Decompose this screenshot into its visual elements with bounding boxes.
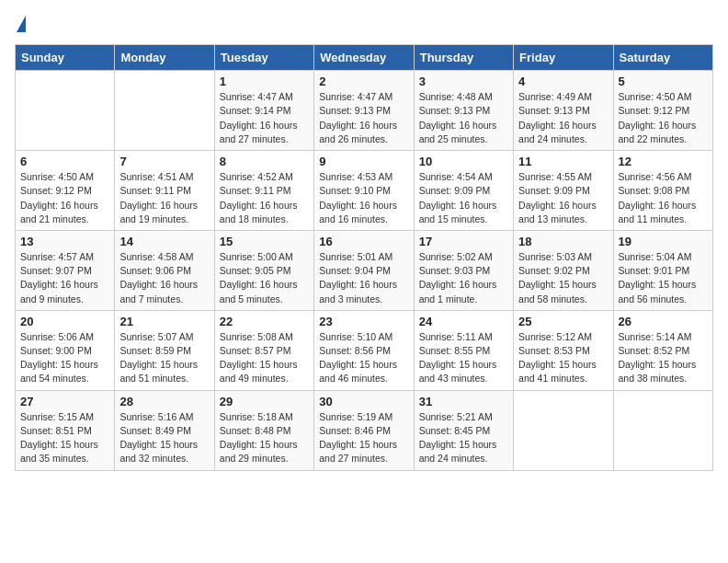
calendar-empty-cell [613, 390, 712, 470]
day-number: 31 [419, 395, 508, 408]
day-number: 25 [518, 315, 608, 328]
day-number: 21 [119, 315, 209, 328]
day-info: Sunrise: 4:48 AM Sunset: 9:13 PM Dayligh… [419, 90, 508, 146]
day-info: Sunrise: 5:18 AM Sunset: 8:48 PM Dayligh… [220, 410, 309, 466]
day-number: 16 [319, 235, 408, 248]
calendar-day-7: 7Sunrise: 4:51 AM Sunset: 9:11 PM Daylig… [115, 151, 214, 231]
header-thursday: Thursday [414, 45, 513, 71]
calendar-day-21: 21Sunrise: 5:07 AM Sunset: 8:59 PM Dayli… [115, 310, 214, 390]
calendar-day-31: 31Sunrise: 5:21 AM Sunset: 8:45 PM Dayli… [414, 390, 513, 470]
day-number: 9 [319, 155, 408, 168]
day-info: Sunrise: 4:47 AM Sunset: 9:14 PM Dayligh… [220, 90, 309, 146]
calendar-day-9: 9Sunrise: 4:53 AM Sunset: 9:10 PM Daylig… [314, 151, 414, 231]
day-number: 13 [20, 235, 109, 248]
calendar-week-row: 20Sunrise: 5:06 AM Sunset: 9:00 PM Dayli… [16, 310, 713, 390]
calendar-week-row: 6Sunrise: 4:50 AM Sunset: 9:12 PM Daylig… [16, 151, 713, 231]
calendar-day-12: 12Sunrise: 4:56 AM Sunset: 9:08 PM Dayli… [613, 151, 712, 231]
calendar-day-10: 10Sunrise: 4:54 AM Sunset: 9:09 PM Dayli… [414, 151, 513, 231]
day-info: Sunrise: 4:52 AM Sunset: 9:11 PM Dayligh… [220, 170, 309, 226]
day-info: Sunrise: 4:50 AM Sunset: 9:12 PM Dayligh… [619, 90, 708, 146]
header-tuesday: Tuesday [214, 45, 313, 71]
day-number: 28 [119, 395, 209, 408]
day-info: Sunrise: 4:51 AM Sunset: 9:11 PM Dayligh… [119, 170, 209, 226]
day-info: Sunrise: 5:12 AM Sunset: 8:53 PM Dayligh… [518, 330, 608, 386]
calendar-empty-cell [115, 71, 214, 151]
day-number: 8 [220, 155, 309, 168]
calendar-empty-cell [514, 390, 613, 470]
day-info: Sunrise: 5:14 AM Sunset: 8:52 PM Dayligh… [619, 330, 708, 386]
day-info: Sunrise: 5:03 AM Sunset: 9:02 PM Dayligh… [518, 250, 608, 306]
calendar-day-2: 2Sunrise: 4:47 AM Sunset: 9:13 PM Daylig… [314, 71, 414, 151]
day-number: 18 [518, 235, 608, 248]
calendar-empty-cell [16, 71, 115, 151]
header-monday: Monday [115, 45, 214, 71]
day-number: 20 [20, 315, 109, 328]
day-number: 27 [20, 395, 109, 408]
calendar-day-19: 19Sunrise: 5:04 AM Sunset: 9:01 PM Dayli… [613, 230, 712, 310]
day-number: 10 [419, 155, 508, 168]
day-number: 14 [119, 235, 209, 248]
day-info: Sunrise: 5:06 AM Sunset: 9:00 PM Dayligh… [20, 330, 109, 386]
calendar-day-16: 16Sunrise: 5:01 AM Sunset: 9:04 PM Dayli… [314, 230, 414, 310]
day-info: Sunrise: 4:56 AM Sunset: 9:08 PM Dayligh… [619, 170, 708, 226]
calendar-day-5: 5Sunrise: 4:50 AM Sunset: 9:12 PM Daylig… [613, 71, 712, 151]
day-info: Sunrise: 4:54 AM Sunset: 9:09 PM Dayligh… [419, 170, 508, 226]
day-info: Sunrise: 4:57 AM Sunset: 9:07 PM Dayligh… [20, 250, 109, 306]
calendar-day-15: 15Sunrise: 5:00 AM Sunset: 9:05 PM Dayli… [214, 230, 313, 310]
calendar-day-30: 30Sunrise: 5:19 AM Sunset: 8:46 PM Dayli… [314, 390, 414, 470]
calendar-day-18: 18Sunrise: 5:03 AM Sunset: 9:02 PM Dayli… [514, 230, 613, 310]
day-info: Sunrise: 5:15 AM Sunset: 8:51 PM Dayligh… [20, 410, 109, 466]
day-info: Sunrise: 5:07 AM Sunset: 8:59 PM Dayligh… [119, 330, 209, 386]
calendar-day-17: 17Sunrise: 5:02 AM Sunset: 9:03 PM Dayli… [414, 230, 513, 310]
day-info: Sunrise: 5:10 AM Sunset: 8:56 PM Dayligh… [319, 330, 408, 386]
header-friday: Friday [514, 45, 613, 71]
calendar-week-row: 1Sunrise: 4:47 AM Sunset: 9:14 PM Daylig… [16, 71, 713, 151]
day-number: 23 [319, 315, 408, 328]
calendar-day-23: 23Sunrise: 5:10 AM Sunset: 8:56 PM Dayli… [314, 310, 414, 390]
calendar-week-row: 13Sunrise: 4:57 AM Sunset: 9:07 PM Dayli… [16, 230, 713, 310]
day-info: Sunrise: 5:00 AM Sunset: 9:05 PM Dayligh… [220, 250, 309, 306]
day-number: 24 [419, 315, 508, 328]
day-number: 7 [119, 155, 209, 168]
calendar-table: SundayMondayTuesdayWednesdayThursdayFrid… [15, 44, 713, 470]
day-number: 1 [220, 75, 309, 88]
day-info: Sunrise: 4:55 AM Sunset: 9:09 PM Dayligh… [518, 170, 608, 226]
header-wednesday: Wednesday [314, 45, 414, 71]
calendar-day-20: 20Sunrise: 5:06 AM Sunset: 9:00 PM Dayli… [16, 310, 115, 390]
calendar-day-24: 24Sunrise: 5:11 AM Sunset: 8:55 PM Dayli… [414, 310, 513, 390]
calendar-day-26: 26Sunrise: 5:14 AM Sunset: 8:52 PM Dayli… [613, 310, 712, 390]
day-number: 22 [220, 315, 309, 328]
day-number: 2 [319, 75, 408, 88]
day-info: Sunrise: 5:08 AM Sunset: 8:57 PM Dayligh… [220, 330, 309, 386]
calendar-day-25: 25Sunrise: 5:12 AM Sunset: 8:53 PM Dayli… [514, 310, 613, 390]
calendar-day-4: 4Sunrise: 4:49 AM Sunset: 9:13 PM Daylig… [514, 71, 613, 151]
page-header [15, 15, 713, 37]
logo [15, 15, 26, 37]
calendar-day-6: 6Sunrise: 4:50 AM Sunset: 9:12 PM Daylig… [16, 151, 115, 231]
day-info: Sunrise: 5:02 AM Sunset: 9:03 PM Dayligh… [419, 250, 508, 306]
day-number: 5 [619, 75, 708, 88]
calendar-week-row: 27Sunrise: 5:15 AM Sunset: 8:51 PM Dayli… [16, 390, 713, 470]
calendar-day-11: 11Sunrise: 4:55 AM Sunset: 9:09 PM Dayli… [514, 151, 613, 231]
logo-icon [17, 16, 26, 32]
day-info: Sunrise: 4:58 AM Sunset: 9:06 PM Dayligh… [119, 250, 209, 306]
day-info: Sunrise: 4:53 AM Sunset: 9:10 PM Dayligh… [319, 170, 408, 226]
day-number: 29 [220, 395, 309, 408]
day-number: 26 [619, 315, 708, 328]
header-sunday: Sunday [16, 45, 115, 71]
day-info: Sunrise: 5:21 AM Sunset: 8:45 PM Dayligh… [419, 410, 508, 466]
calendar-day-13: 13Sunrise: 4:57 AM Sunset: 9:07 PM Dayli… [16, 230, 115, 310]
day-number: 6 [20, 155, 109, 168]
calendar-day-22: 22Sunrise: 5:08 AM Sunset: 8:57 PM Dayli… [214, 310, 313, 390]
calendar-header-row: SundayMondayTuesdayWednesdayThursdayFrid… [16, 45, 713, 71]
day-info: Sunrise: 4:47 AM Sunset: 9:13 PM Dayligh… [319, 90, 408, 146]
day-number: 3 [419, 75, 508, 88]
day-info: Sunrise: 5:11 AM Sunset: 8:55 PM Dayligh… [419, 330, 508, 386]
day-number: 19 [619, 235, 708, 248]
calendar-day-28: 28Sunrise: 5:16 AM Sunset: 8:49 PM Dayli… [115, 390, 214, 470]
calendar-day-27: 27Sunrise: 5:15 AM Sunset: 8:51 PM Dayli… [16, 390, 115, 470]
calendar-day-1: 1Sunrise: 4:47 AM Sunset: 9:14 PM Daylig… [214, 71, 313, 151]
header-saturday: Saturday [613, 45, 712, 71]
day-info: Sunrise: 4:49 AM Sunset: 9:13 PM Dayligh… [518, 90, 608, 146]
day-info: Sunrise: 5:04 AM Sunset: 9:01 PM Dayligh… [619, 250, 708, 306]
